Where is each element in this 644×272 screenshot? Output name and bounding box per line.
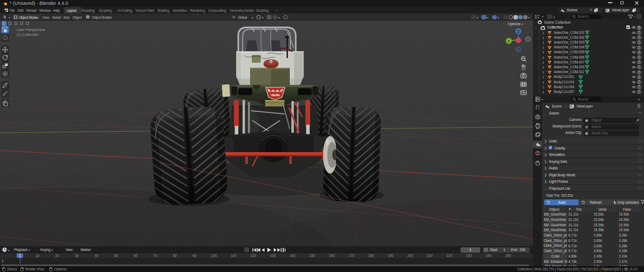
svg-text:WARN: WARN bbox=[271, 94, 280, 97]
svg-text:Y: Y bbox=[508, 39, 510, 43]
svg-text:Z: Z bbox=[517, 30, 519, 33]
